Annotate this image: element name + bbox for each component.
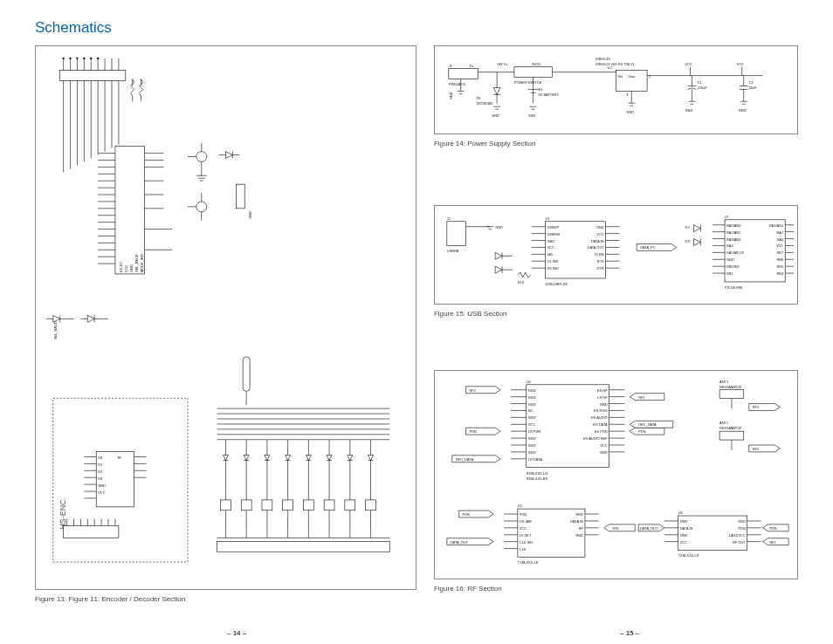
svg-text:LV DET: LV DET [520, 533, 532, 538]
svg-text:GND: GND [528, 395, 536, 400]
page-number-left: – 14 – [227, 629, 246, 637]
svg-text:POWER SWITCH: POWER SWITCH [514, 80, 542, 85]
svg-text:NC: NC [528, 408, 534, 413]
svg-text:RA6: RA6 [776, 237, 783, 242]
svg-text:GND: GND [547, 239, 554, 243]
svg-text:RB7: RB7 [776, 250, 783, 255]
svg-text:RB6: RB6 [776, 257, 783, 262]
svg-text:D2: D2 [98, 469, 102, 474]
svg-text:GND: GND [528, 113, 536, 118]
svg-text:DATA IN: DATA IN [680, 526, 693, 531]
svg-text:GND: GND [575, 533, 583, 538]
svg-text:J1: J1 [449, 64, 452, 68]
svg-text:DIODE400: DIODE400 [476, 101, 493, 106]
svg-point-56 [196, 152, 207, 162]
svg-text:RA1/AN1: RA1/AN1 [769, 223, 783, 228]
svg-text:CLK: CLK [520, 547, 527, 552]
svg-marker-267 [693, 225, 700, 232]
svg-point-10 [62, 58, 64, 59]
svg-text:DATA_PC: DATA_PC [640, 245, 656, 250]
svg-text:GND: GND [739, 108, 747, 113]
svg-text:VCC: VCC [776, 243, 783, 248]
svg-text:D1: D1 [98, 462, 102, 467]
svg-marker-141 [368, 456, 374, 461]
svg-text:RA4: RA4 [726, 243, 733, 248]
svg-text:SW15: SW15 [532, 62, 542, 66]
svg-text:GND: GND [492, 113, 499, 118]
svg-text:VCC: VCC [124, 265, 128, 272]
svg-text:GND: GND [528, 402, 536, 407]
svg-text:USBHB: USBHB [447, 249, 459, 253]
svg-text:GND: GND [726, 257, 734, 262]
svg-rect-148 [324, 500, 334, 510]
svg-rect-153 [243, 357, 250, 392]
svg-rect-373 [719, 431, 744, 440]
svg-text:PDN: PDN [769, 526, 776, 531]
svg-point-14 [90, 58, 92, 59]
svg-rect-161 [514, 67, 552, 78]
svg-text:GND: GND [596, 225, 604, 230]
svg-text:GND: GND [528, 415, 536, 420]
svg-rect-103 [64, 526, 119, 538]
svg-text:PDN: PDN [638, 429, 645, 434]
svg-text:GND: GND [685, 108, 692, 113]
svg-marker-133 [286, 456, 291, 461]
svg-text:VCC: VCC [547, 245, 554, 250]
svg-text:VCC: VCC [737, 62, 744, 66]
svg-text:RF1: RF1 [769, 540, 775, 545]
svg-text:RA0/AN0: RA0/AN0 [726, 223, 741, 228]
svg-text:VCC: VCC [520, 526, 527, 531]
svg-text:TX IND: TX IND [547, 259, 558, 264]
svg-rect-367 [719, 390, 744, 399]
svg-text:RF2: RF2 [753, 447, 759, 451]
svg-text:Vs: Vs [469, 64, 473, 68]
svg-text:ES DATA: ES DATA [593, 422, 608, 427]
svg-text:ES AUDIO: ES AUDIO [591, 415, 608, 420]
page-title: Schematics [35, 19, 798, 37]
svg-text:TXM-XXX-LR: TXM-XXX-LR [678, 553, 699, 558]
svg-text:TX EN: TX EN [594, 252, 604, 257]
svg-text:3: 3 [626, 92, 629, 97]
svg-text:DATA IN: DATA IN [591, 239, 604, 243]
svg-text:RB4: RB4 [776, 271, 783, 276]
svg-point-13 [83, 58, 85, 59]
svg-rect-145 [262, 500, 272, 510]
svg-rect-146 [283, 500, 293, 510]
svg-text:DATA IN: DATA IN [570, 519, 583, 524]
svg-text:D2: D2 [685, 225, 689, 230]
svg-text:GND: GND [528, 436, 536, 441]
svg-marker-127 [223, 456, 228, 461]
svg-rect-155 [449, 69, 478, 79]
svg-text:SEL_BAUD: SEL_BAUD [53, 321, 58, 339]
svg-text:DATA_OUT: DATA_OUT [640, 526, 658, 531]
svg-text:D9: D9 [476, 96, 480, 100]
svg-text:GND: GND [528, 388, 536, 393]
svg-text:RF: RF [579, 526, 584, 531]
svg-text:VCC: VCC [600, 443, 607, 448]
svg-text:REVSMAPCB: REVSMAPCB [719, 385, 741, 389]
svg-text:DATA OUT: DATA OUT [588, 245, 605, 250]
svg-text:VCC: VCC [528, 422, 535, 427]
svg-text:GND: GND [680, 533, 688, 538]
svg-marker-270 [693, 239, 700, 246]
svg-text:ES RSSI: ES RSSI [594, 408, 608, 413]
svg-text:GND: GND [129, 264, 134, 272]
svg-text:R10: R10 [518, 280, 525, 284]
svg-text:485: 485 [547, 252, 553, 257]
svg-marker-74 [53, 315, 60, 322]
svg-text:PIC16LF88: PIC16LF88 [725, 285, 743, 290]
svg-text:RA3/AN3: RA3/AN3 [726, 237, 741, 242]
svg-text:D3: D3 [685, 239, 690, 243]
svg-text:GND: GND [600, 450, 608, 455]
svg-text:GND: GND [626, 110, 634, 114]
svg-marker-200 [493, 87, 500, 94]
hs-enc-label: HS-ENC [59, 499, 67, 530]
svg-text:RF1: RF1 [613, 526, 619, 531]
svg-rect-220 [447, 222, 466, 246]
svg-text:TE: TE [117, 456, 121, 460]
fig16-schematic: U4 GND GND GND NC GND VCC LR P [434, 370, 798, 579]
svg-text:VCC: VCC [596, 232, 603, 236]
svg-marker-129 [244, 456, 249, 461]
svg-text:RA7: RA7 [776, 230, 783, 235]
svg-text:PDN: PDN [463, 512, 470, 517]
